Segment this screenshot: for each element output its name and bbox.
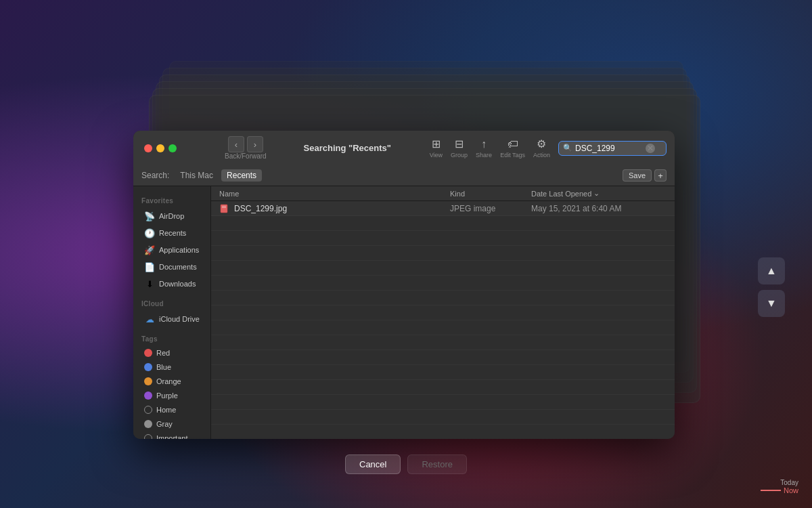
sidebar-item-documents[interactable]: 📄 Documents xyxy=(136,259,208,275)
blue-tag-dot xyxy=(144,363,152,371)
search-box[interactable]: 🔍 ✕ xyxy=(558,141,667,156)
minimize-button[interactable] xyxy=(156,144,164,152)
table-row-empty xyxy=(211,365,675,380)
search-label: Search: xyxy=(141,171,169,180)
sidebar-tag-home[interactable]: Home xyxy=(136,403,208,417)
view-action[interactable]: ⊞ View xyxy=(430,137,443,158)
sidebar-documents-label: Documents xyxy=(159,263,197,271)
sidebar-tag-blue[interactable]: Blue xyxy=(136,360,208,374)
sidebar-applications-label: Applications xyxy=(159,246,199,254)
recents-icon: 🕐 xyxy=(144,228,155,238)
bottom-right-info: Today Now xyxy=(761,479,798,494)
sidebar-important-label: Important xyxy=(156,434,187,439)
this-mac-button[interactable]: This Mac xyxy=(175,169,219,182)
maximize-button[interactable] xyxy=(168,144,177,152)
back-button[interactable]: ‹ xyxy=(228,136,244,152)
down-arrow-icon: ▼ xyxy=(766,297,777,310)
restore-button[interactable]: Restore xyxy=(407,454,467,474)
icloud-label: iCloud xyxy=(133,297,210,310)
home-tag-dot xyxy=(144,406,152,414)
column-date: Date Last Opened ⌄ xyxy=(531,189,667,198)
action-label: Action xyxy=(533,152,550,158)
recents-button[interactable]: Recents xyxy=(221,169,262,182)
sidebar-downloads-label: Downloads xyxy=(159,280,196,288)
sidebar-tag-gray[interactable]: Gray xyxy=(136,417,208,431)
view-label: View xyxy=(430,152,443,158)
action-action[interactable]: ⚙ Action xyxy=(533,137,550,158)
search-clear-button[interactable]: ✕ xyxy=(646,144,655,153)
orange-tag-dot xyxy=(144,377,152,385)
file-list: Name Kind Date Last Opened ⌄ DSC_1299.jp… xyxy=(211,186,675,439)
svg-rect-0 xyxy=(221,205,227,213)
scroll-down-button[interactable]: ▼ xyxy=(758,290,785,317)
gray-tag-dot xyxy=(144,420,152,428)
table-row-empty xyxy=(211,261,675,276)
save-area: Save + xyxy=(623,169,667,182)
bottom-buttons: Cancel Restore xyxy=(345,454,467,474)
table-row-empty xyxy=(211,335,675,350)
edit-tags-label: Edit Tags xyxy=(500,152,525,158)
sidebar-item-airdrop[interactable]: 📡 AirDrop xyxy=(136,208,208,224)
now-label: Now xyxy=(761,486,798,494)
scroll-up-button[interactable]: ▲ xyxy=(758,257,785,284)
sidebar-item-icloud-drive[interactable]: ☁ iCloud Drive xyxy=(136,311,208,327)
sidebar-airdrop-label: AirDrop xyxy=(159,212,184,220)
tags-label: Tags xyxy=(133,333,210,345)
red-tag-dot xyxy=(144,349,152,357)
airdrop-icon: 📡 xyxy=(144,211,155,221)
content-area: Favorites 📡 AirDrop 🕐 Recents 🚀 Applicat… xyxy=(133,186,675,439)
sidebar-tag-purple[interactable]: Purple xyxy=(136,389,208,402)
column-name: Name xyxy=(219,190,450,198)
sidebar-tag-orange[interactable]: Orange xyxy=(136,375,208,388)
toolbar: ‹ › Back/Forward Searching "Recents" ⊞ V… xyxy=(133,131,675,186)
sort-indicator: ⌄ xyxy=(593,189,600,198)
table-row-empty xyxy=(211,305,675,320)
table-row-empty xyxy=(211,425,675,439)
file-name: DSC_1299.jpg xyxy=(234,204,450,213)
window-title: Searching "Recents" xyxy=(271,143,424,153)
save-button[interactable]: Save xyxy=(623,169,652,182)
share-icon: ↑ xyxy=(481,138,487,150)
table-row[interactable]: DSC_1299.jpg JPEG image May 15, 2021 at … xyxy=(211,201,675,216)
table-row-empty xyxy=(211,395,675,410)
table-row-empty xyxy=(211,231,675,246)
sidebar-blue-label: Blue xyxy=(156,363,171,371)
sidebar-orange-label: Orange xyxy=(156,377,181,385)
action-icon: ⚙ xyxy=(537,137,546,150)
sidebar-item-recents[interactable]: 🕐 Recents xyxy=(136,225,208,241)
favorites-label: Favorites xyxy=(133,194,210,207)
file-list-header: Name Kind Date Last Opened ⌄ xyxy=(211,186,675,201)
search-input[interactable] xyxy=(575,144,643,153)
search-scope: This Mac Recents xyxy=(175,169,262,182)
close-button[interactable] xyxy=(144,144,152,152)
cancel-button[interactable]: Cancel xyxy=(345,454,401,474)
forward-button[interactable]: › xyxy=(247,136,263,152)
group-action[interactable]: ⊟ Group xyxy=(451,137,468,158)
save-plus-button[interactable]: + xyxy=(654,169,667,182)
group-icon: ⊟ xyxy=(455,137,464,150)
table-row-empty xyxy=(211,246,675,261)
sidebar-home-label: Home xyxy=(156,406,176,414)
file-icon xyxy=(219,203,230,214)
now-line xyxy=(761,490,781,491)
sidebar-item-applications[interactable]: 🚀 Applications xyxy=(136,242,208,258)
share-action[interactable]: ↑ Share xyxy=(476,138,492,158)
table-row-empty xyxy=(211,380,675,395)
sidebar-tag-red[interactable]: Red xyxy=(136,346,208,360)
right-widgets: Today (Now) ▲ ▼ xyxy=(758,257,785,317)
tag-icon: 🏷 xyxy=(508,138,518,150)
sidebar: Favorites 📡 AirDrop 🕐 Recents 🚀 Applicat… xyxy=(133,186,211,439)
sidebar-recents-label: Recents xyxy=(159,229,186,237)
edit-tags-action[interactable]: 🏷 Edit Tags xyxy=(500,138,525,158)
table-row-empty xyxy=(211,350,675,365)
purple-tag-dot xyxy=(144,391,152,400)
view-icon: ⊞ xyxy=(432,137,441,150)
applications-icon: 🚀 xyxy=(144,245,155,255)
table-row-empty xyxy=(211,276,675,291)
sidebar-purple-label: Purple xyxy=(156,391,178,400)
up-arrow-icon: ▲ xyxy=(766,265,777,277)
table-row-empty xyxy=(211,216,675,231)
sidebar-tag-important[interactable]: Important xyxy=(136,431,208,439)
table-row-empty xyxy=(211,410,675,425)
sidebar-item-downloads[interactable]: ⬇ Downloads xyxy=(136,276,208,292)
